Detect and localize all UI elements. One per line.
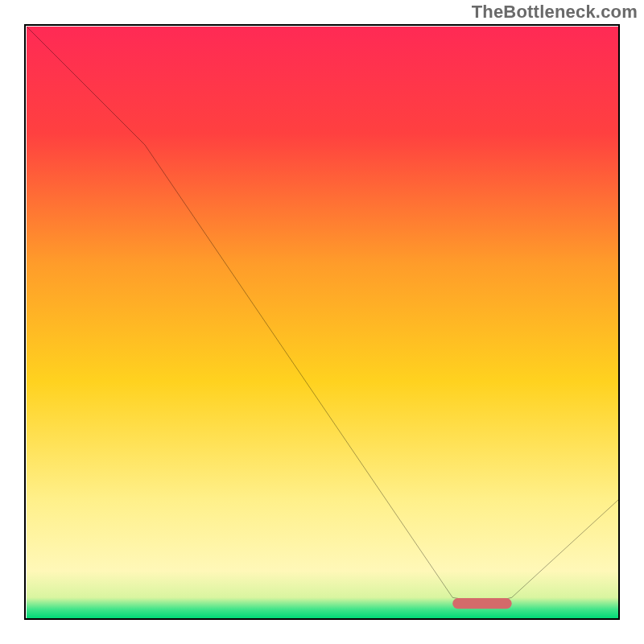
chart-frame: TheBottleneck.com	[0, 0, 644, 644]
optimal-range-marker	[452, 598, 512, 609]
watermark-text: TheBottleneck.com	[472, 2, 638, 23]
bottleneck-chart	[27, 27, 618, 618]
